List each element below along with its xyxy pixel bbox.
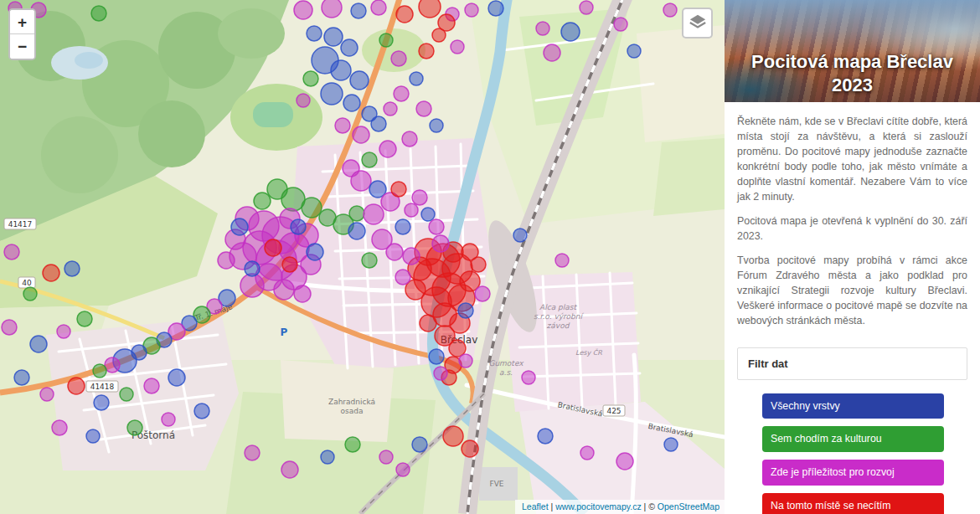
map-point[interactable] <box>91 6 106 21</box>
map-point[interactable] <box>419 0 441 18</box>
map-point[interactable] <box>396 463 410 476</box>
map-point[interactable] <box>403 248 420 265</box>
map-point[interactable] <box>580 1 593 14</box>
map-point[interactable] <box>240 274 264 297</box>
map-point[interactable] <box>362 253 377 268</box>
filter-panel-header[interactable]: Filtr dat <box>737 347 967 380</box>
map-point[interactable] <box>544 44 560 61</box>
filter-button-3[interactable]: Zde je příležitost pro rozvoj <box>762 460 944 486</box>
map-point[interactable] <box>77 311 92 326</box>
map-point[interactable] <box>432 235 449 252</box>
map-point[interactable] <box>353 126 369 143</box>
filter-button-2[interactable]: Sem chodím za kulturou <box>762 426 944 452</box>
map-point[interactable] <box>351 171 371 191</box>
map-point[interactable] <box>538 429 553 444</box>
map-point[interactable] <box>513 229 527 242</box>
map-point[interactable] <box>294 285 311 302</box>
map-point[interactable] <box>52 420 67 435</box>
map-point[interactable] <box>144 378 159 393</box>
map-point[interactable] <box>429 219 444 234</box>
map-point[interactable] <box>412 437 427 452</box>
map-point[interactable] <box>522 371 535 384</box>
map-point[interactable] <box>396 6 413 23</box>
map-point[interactable] <box>321 450 334 464</box>
map-point[interactable] <box>664 438 678 451</box>
map-point[interactable] <box>127 420 142 435</box>
map-point[interactable] <box>616 453 633 470</box>
map-point[interactable] <box>430 119 443 132</box>
map-point[interactable] <box>350 71 369 90</box>
map-point[interactable] <box>371 116 386 131</box>
map-point[interactable] <box>386 244 403 260</box>
map-point[interactable] <box>555 254 569 267</box>
map-point[interactable] <box>362 152 377 167</box>
map-point[interactable] <box>274 280 294 300</box>
map-point[interactable] <box>40 388 54 401</box>
map-point[interactable] <box>168 369 185 386</box>
map-point[interactable] <box>405 203 418 217</box>
map-point[interactable] <box>412 190 427 205</box>
map-point[interactable] <box>2 320 17 335</box>
filter-button-4[interactable]: Na tomto místě se necítím bezpečně <box>762 493 944 514</box>
map-point[interactable] <box>297 94 310 107</box>
map-point[interactable] <box>416 101 431 116</box>
map-point[interactable] <box>451 40 464 54</box>
map-point[interactable] <box>231 218 248 235</box>
map-point[interactable] <box>391 182 406 197</box>
map-point[interactable] <box>162 413 175 426</box>
map-point[interactable] <box>4 244 19 260</box>
map-point[interactable] <box>379 33 393 47</box>
map-point[interactable] <box>94 395 109 410</box>
openstreetmap-link[interactable]: OpenStreetMap <box>658 501 720 511</box>
map-point[interactable] <box>64 261 80 276</box>
map-point[interactable] <box>303 71 318 86</box>
map-point[interactable] <box>265 239 281 256</box>
map-point[interactable] <box>459 354 472 368</box>
map-point[interactable] <box>434 367 447 380</box>
map-point[interactable] <box>379 450 393 464</box>
map-point[interactable] <box>462 440 478 457</box>
map-point[interactable] <box>321 83 343 105</box>
map-point[interactable] <box>281 461 298 478</box>
map-point[interactable] <box>471 257 486 272</box>
map-point[interactable] <box>331 60 351 80</box>
zoom-out-button[interactable]: − <box>10 34 34 59</box>
filter-button-1[interactable]: Všechny vrstvy <box>762 393 944 419</box>
map-point[interactable] <box>420 315 436 332</box>
map-point[interactable] <box>341 39 358 56</box>
map-point[interactable] <box>663 3 677 17</box>
map-point[interactable] <box>93 364 106 378</box>
map-point[interactable] <box>561 23 580 41</box>
map-point[interactable] <box>302 198 322 218</box>
map-point[interactable] <box>345 437 360 452</box>
map-point[interactable] <box>627 44 641 58</box>
map-point[interactable] <box>536 22 549 35</box>
map-point[interactable] <box>23 287 37 301</box>
map-point[interactable] <box>120 388 133 401</box>
map-point[interactable] <box>488 1 503 16</box>
map-point[interactable] <box>371 0 386 15</box>
leaflet-link[interactable]: Leaflet <box>522 501 549 511</box>
map-point[interactable] <box>68 378 85 394</box>
map-point[interactable] <box>294 1 312 19</box>
map-point[interactable] <box>395 270 410 285</box>
map-point[interactable] <box>438 14 455 31</box>
map-point[interactable] <box>30 336 47 352</box>
map-point[interactable] <box>465 3 478 17</box>
map-point[interactable] <box>351 3 366 18</box>
map-canvas[interactable]: PoštornáBřeclavZahradnickáosadaGumotexa.… <box>0 0 725 514</box>
map-point[interactable] <box>86 429 100 443</box>
map-point[interactable] <box>395 219 410 234</box>
map-point[interactable] <box>419 44 434 59</box>
map-point[interactable] <box>410 72 423 85</box>
map-point[interactable] <box>194 403 209 419</box>
map-point[interactable] <box>324 28 343 46</box>
map-point[interactable] <box>364 204 384 224</box>
map-point[interactable] <box>335 118 350 133</box>
map-point[interactable] <box>421 208 435 221</box>
map-point[interactable] <box>402 131 417 146</box>
map-point[interactable] <box>307 244 323 260</box>
map-point[interactable] <box>307 26 322 41</box>
map-point[interactable] <box>379 141 396 157</box>
map-point[interactable] <box>245 261 260 276</box>
